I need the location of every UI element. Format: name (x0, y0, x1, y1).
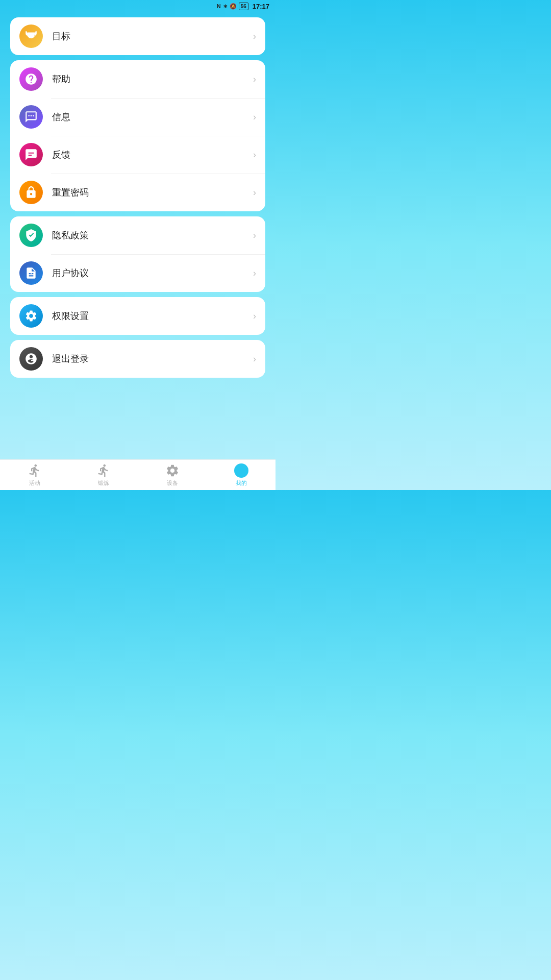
info-chevron: › (253, 112, 256, 122)
menu-item-logout[interactable]: 退出登录 › (10, 340, 265, 378)
main-content: 目标 › 帮助 › 信息 (0, 12, 276, 459)
menu-item-feedback[interactable]: 反馈 › (10, 136, 265, 174)
svg-point-1 (31, 115, 32, 117)
target-chevron: › (253, 31, 256, 42)
nfc-icon: N (217, 3, 221, 9)
permissions-chevron: › (253, 311, 256, 322)
bluetooth-icon: ∗ (223, 3, 228, 10)
privacy-chevron: › (253, 230, 256, 241)
nav-item-device[interactable]: 设备 (165, 463, 180, 487)
nav-item-mine[interactable]: 我的 (234, 463, 248, 487)
nav-item-activity[interactable]: 活动 (28, 463, 42, 487)
feedback-label: 反馈 (52, 149, 253, 161)
clock: 17:17 (253, 3, 269, 10)
agreement-icon-circle (19, 261, 43, 285)
nav-item-exercise[interactable]: 锻炼 (96, 463, 111, 487)
logout-chevron: › (253, 354, 256, 364)
mine-avatar (234, 463, 248, 478)
logout-icon-circle (19, 347, 43, 371)
device-icon (165, 463, 180, 478)
gear-icon (24, 309, 38, 323)
card-group2: 帮助 › 信息 › 反馈 › (10, 60, 265, 211)
menu-item-agreement[interactable]: 用户协议 › (10, 254, 265, 292)
target-label: 目标 (52, 30, 253, 42)
logout-label: 退出登录 (52, 353, 253, 365)
info-label: 信息 (52, 111, 253, 123)
menu-item-info[interactable]: 信息 › (10, 98, 265, 136)
privacy-icon-circle (19, 224, 43, 247)
activity-nav-icon (28, 463, 42, 478)
lock-icon (24, 186, 38, 199)
card-group3: 隐私政策 › 用户协议 › (10, 216, 265, 292)
device-nav-label: 设备 (167, 479, 178, 487)
info-icon-circle (19, 105, 43, 129)
feedback-icon (24, 148, 38, 161)
mine-nav-label: 我的 (236, 479, 247, 487)
question-icon (24, 72, 38, 86)
status-bar: N ∗ 🔕 56 17:17 (0, 0, 276, 12)
menu-item-privacy[interactable]: 隐私政策 › (10, 216, 265, 254)
privacy-label: 隐私政策 (52, 229, 253, 241)
agreement-label: 用户协议 (52, 267, 253, 279)
menu-item-permissions[interactable]: 权限设置 › (10, 297, 265, 335)
help-label: 帮助 (52, 73, 253, 85)
svg-point-3 (31, 273, 32, 274)
permissions-label: 权限设置 (52, 310, 253, 322)
feedback-icon-circle (19, 143, 43, 166)
svg-point-2 (33, 115, 34, 117)
logout-icon (24, 352, 38, 365)
status-icons: N ∗ 🔕 56 17:17 (217, 3, 269, 10)
agreement-chevron: › (253, 268, 256, 279)
device-nav-icon (165, 463, 180, 478)
mute-icon: 🔕 (230, 3, 237, 10)
menu-item-reset-password[interactable]: 重置密码 › (10, 174, 265, 211)
target-icon-circle (19, 24, 43, 48)
card-group1: 目标 › (10, 17, 265, 55)
trophy-icon (24, 30, 38, 43)
reset-password-icon-circle (19, 181, 43, 204)
svg-point-0 (28, 115, 30, 117)
help-chevron: › (253, 74, 256, 85)
permissions-icon-circle (19, 304, 43, 328)
card-group5: 退出登录 › (10, 340, 265, 378)
reset-password-chevron: › (253, 187, 256, 198)
mine-nav-icon (234, 463, 248, 478)
menu-item-target[interactable]: 目标 › (10, 17, 265, 55)
feedback-chevron: › (253, 150, 256, 160)
menu-item-help[interactable]: 帮助 › (10, 60, 265, 98)
exercise-nav-label: 锻炼 (98, 479, 109, 487)
shoe-icon (28, 463, 42, 478)
shield-icon (24, 229, 38, 242)
exercise-nav-icon (96, 463, 111, 478)
bottom-nav: 活动 锻炼 设备 我的 (0, 459, 276, 490)
card-group4: 权限设置 › (10, 297, 265, 335)
running-icon (96, 463, 111, 478)
document-icon (24, 266, 38, 280)
message-icon (24, 110, 38, 124)
activity-nav-label: 活动 (29, 479, 40, 487)
help-icon-circle (19, 67, 43, 91)
reset-password-label: 重置密码 (52, 186, 253, 199)
battery-indicator: 56 (239, 3, 248, 10)
